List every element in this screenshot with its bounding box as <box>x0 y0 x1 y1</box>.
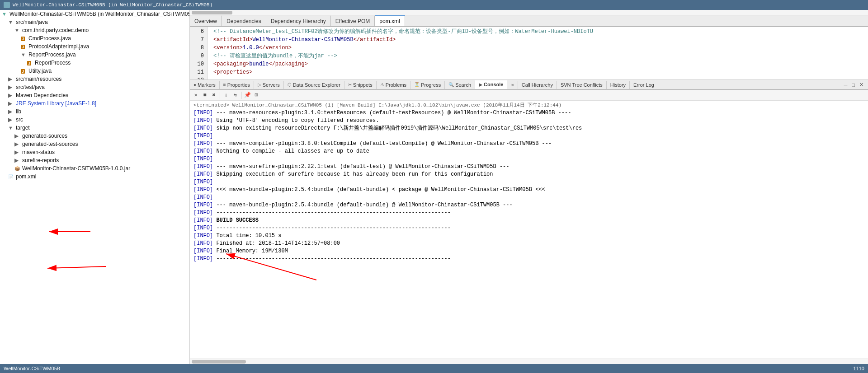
line-number: 8 <box>193 44 204 52</box>
console-tab[interactable]: Call Hierarchy <box>518 81 557 89</box>
console-tab-label: Console <box>484 82 503 87</box>
console-tab-label: Problems <box>386 82 406 88</box>
console-tab-label: History <box>610 82 626 88</box>
java-icon: J <box>27 60 33 65</box>
editor-scrollbar[interactable] <box>190 10 868 15</box>
editor-tab[interactable]: Dependencies <box>222 15 266 26</box>
console-tab[interactable]: History <box>607 81 630 89</box>
code-line: <version>1.0.0</version> <box>213 44 863 52</box>
line-number: 11 <box>193 68 204 76</box>
tree-item[interactable]: 📄pom.xml <box>0 173 189 181</box>
tree-item[interactable]: ▶maven-status <box>0 148 189 156</box>
console-line: [INFO] ---------------------------------… <box>193 255 864 263</box>
console-tab[interactable]: ✂Snippets <box>344 81 377 89</box>
scroll-lock-btn[interactable]: ⇓ <box>222 91 230 99</box>
console-tab[interactable]: ▶Console <box>475 80 507 89</box>
tree-item[interactable]: ▼src/main/java <box>0 18 189 26</box>
console-tab[interactable]: ▷Servers <box>254 81 284 89</box>
line-number: 6 <box>193 28 204 36</box>
clear-console-btn[interactable]: ✕ <box>192 91 200 99</box>
console-tab[interactable]: 🔍Search <box>445 81 475 89</box>
console-tab-icon: ⬡ <box>288 82 292 87</box>
console-line: [INFO] skip non existing resourceDirecto… <box>193 125 864 132</box>
console-tab[interactable]: SVN Tree Conflicts <box>557 81 607 89</box>
java-icon: J <box>21 36 27 41</box>
console-line: [INFO] --- maven-resources-plugin:3.1.0:… <box>193 109 864 117</box>
tree-item-label: src/test/java <box>16 84 45 90</box>
word-wrap-btn[interactable]: ⇆ <box>231 91 239 99</box>
tree-item[interactable]: ▶src/test/java <box>0 83 189 91</box>
remove-launch-btn[interactable]: ✖ <box>210 91 218 99</box>
tree-item[interactable]: JUtilty.java <box>0 67 189 75</box>
pin-btn[interactable]: 📌 <box>243 91 251 99</box>
console-tab[interactable]: ●Markers <box>190 81 220 89</box>
editor-tab[interactable]: pom.xml <box>375 15 405 26</box>
editor-tab[interactable]: Effective POM <box>331 15 375 26</box>
console-line: [INFO] <<< maven-bundle-plugin:2.5.4:bun… <box>193 186 864 194</box>
line-number: 7 <box>193 36 204 44</box>
console-line: [INFO] ---------------------------------… <box>193 224 864 232</box>
folder-icon: ▼ <box>14 28 21 33</box>
right-panel: OverviewDependenciesDependency Hierarchy… <box>190 10 868 364</box>
tree-item[interactable]: 📦WellMonitor-Chinastar-CSiTWM05B-1.0.0.j… <box>0 164 189 173</box>
main-area: ▼WellMonitor-Chinastar-CSiTWM05B (in Wel… <box>0 10 868 364</box>
tree-item[interactable]: ▶lib <box>0 107 189 116</box>
console-tab[interactable]: ≡Properties <box>220 81 254 89</box>
tree-item[interactable]: ▼WellMonitor-Chinastar-CSiTWM05B (in Wel… <box>0 10 189 18</box>
maximize-btn[interactable]: □ <box>850 82 857 88</box>
scrollbar-thumb[interactable] <box>192 360 246 364</box>
tree-item[interactable]: JCmdProcess.java <box>0 34 189 42</box>
console-line: [INFO] BUILD SUCCESS <box>193 217 864 224</box>
stop-btn[interactable]: ■ <box>201 91 209 99</box>
console-tab-icon: ▷ <box>258 82 261 87</box>
tree-item[interactable]: JReportProcess <box>0 59 189 67</box>
console-toolbar: ✕ ■ ✖ ⇓ ⇆ 📌 ⊞ <box>190 90 868 101</box>
tree-item[interactable]: ▶generated-sources <box>0 132 189 140</box>
bottom-scrollbar[interactable] <box>190 359 868 364</box>
tree-item[interactable]: ▶generated-test-sources <box>0 140 189 148</box>
console-line: [INFO] <box>193 155 864 163</box>
console-tab-label: Properties <box>227 82 250 88</box>
xml-icon: 📄 <box>8 174 14 179</box>
console-tab[interactable]: ⏳Progress <box>410 81 445 89</box>
console-tab-icon: ▶ <box>479 82 482 87</box>
folder-icon: ▶ <box>14 141 21 147</box>
console-tab-icon: 🔍 <box>448 82 454 87</box>
console-tab[interactable]: ⬡Data Source Explorer <box>284 81 344 89</box>
editor-tab[interactable]: Dependency Hierarchy <box>266 15 331 26</box>
open-console-btn[interactable]: ⊞ <box>252 91 260 99</box>
tree-item-label: generated-test-sources <box>22 141 78 147</box>
project-icon: ▼ <box>2 11 8 17</box>
editor-tab[interactable]: Overview <box>190 15 222 26</box>
console-line: [INFO] --- maven-bundle-plugin:2.5.4:bun… <box>193 201 864 209</box>
console-tab-icon: ⚠ <box>380 82 384 87</box>
tree-item[interactable]: ▼target <box>0 124 189 132</box>
tree-item[interactable]: ▼com.thrid.party.codec.demo <box>0 26 189 34</box>
console-line: [INFO] ---------------------------------… <box>193 209 864 217</box>
tree-item-label: CmdProcess.java <box>28 35 71 42</box>
tree-item[interactable]: ▶surefire-reports <box>0 156 189 164</box>
bottom-area: ●Markers≡Properties▷Servers⬡Data Source … <box>190 80 868 364</box>
folder-icon: ▶ <box>8 76 14 82</box>
console-tab[interactable]: ⚠Problems <box>377 81 410 89</box>
tree-item[interactable]: ▶src/main/resources <box>0 75 189 83</box>
tree-item-label: surefire-reports <box>22 157 59 163</box>
console-tab-label: Search <box>455 82 471 88</box>
tree-item[interactable]: ▶Maven Dependencies <box>0 91 189 99</box>
tree-item[interactable]: ▶JRE System Library [JavaSE-1.8] <box>0 99 189 107</box>
title-text: WellMonitor-Chinastar-CSiTWM05B (in Well… <box>13 2 212 8</box>
minimize-btn[interactable]: ─ <box>842 82 849 88</box>
tree-item[interactable]: ▼ReportProcess.java <box>0 51 189 59</box>
console-tab-icon: ✂ <box>348 82 352 87</box>
line-number: 10 <box>193 60 204 68</box>
console-line: [INFO] --- maven-compiler-plugin:3.8.0:t… <box>193 140 864 148</box>
console-tab[interactable]: × <box>507 81 518 89</box>
console-line: [INFO] <box>193 178 864 186</box>
java-icon: J <box>21 68 27 74</box>
console-tab[interactable]: Error Log <box>630 81 658 89</box>
tree-item[interactable]: JProtocolAdapterImpl.java <box>0 42 189 51</box>
tree-item[interactable]: ▶src <box>0 116 189 124</box>
app-icon <box>4 2 10 8</box>
tree-item-label: ReportProcess.java <box>28 51 76 58</box>
close-console-btn[interactable]: ✕ <box>858 81 865 88</box>
